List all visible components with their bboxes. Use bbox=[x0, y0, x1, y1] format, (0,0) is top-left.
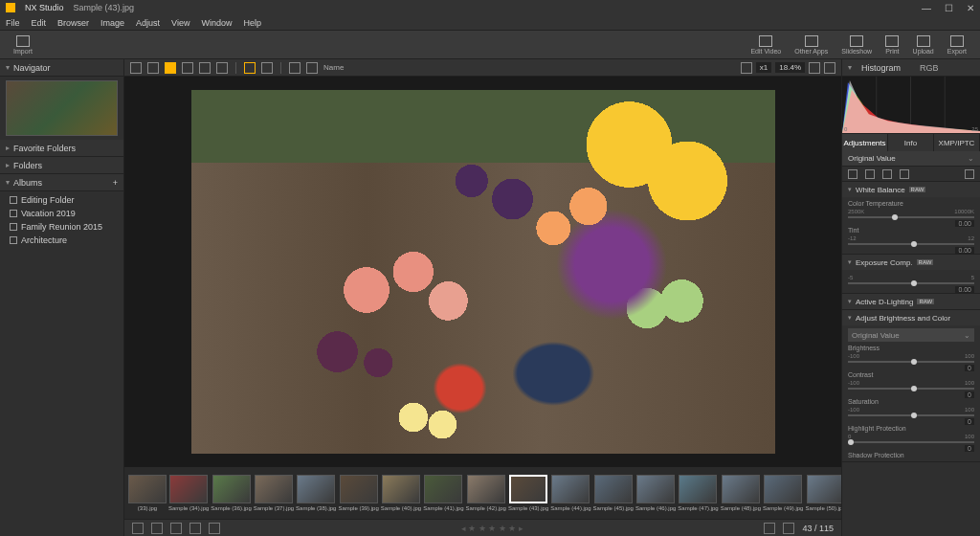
menu-view[interactable]: View bbox=[171, 18, 189, 28]
filmstrip-thumb[interactable] bbox=[128, 475, 167, 503]
white-balance-header[interactable]: White BalanceRAW bbox=[842, 182, 980, 197]
view-compare4-icon[interactable] bbox=[199, 62, 211, 74]
other-apps-button[interactable]: Other Apps bbox=[789, 35, 834, 55]
contrast-slider[interactable]: -1001000 bbox=[848, 380, 974, 390]
next-icon[interactable] bbox=[783, 523, 794, 534]
view-grid-icon[interactable] bbox=[130, 62, 142, 74]
filmstrip-thumb[interactable] bbox=[551, 475, 590, 503]
fit-to-window-icon[interactable] bbox=[741, 62, 752, 74]
filmstrip-thumb[interactable] bbox=[594, 475, 633, 503]
filmstrip-item[interactable]: Sample (50).jpg bbox=[805, 475, 841, 511]
view-single-icon[interactable] bbox=[165, 62, 176, 74]
filmstrip-item[interactable]: Sample (48).jpg bbox=[721, 475, 761, 511]
filmstrip-item[interactable]: (33).jpg bbox=[128, 475, 167, 511]
brightness-slider[interactable]: -1001000 bbox=[848, 353, 974, 363]
zoom-percent[interactable]: 18.4% bbox=[775, 62, 805, 73]
filmstrip-item[interactable]: Sample (38).jpg bbox=[296, 475, 336, 511]
view-list-icon[interactable] bbox=[147, 62, 159, 74]
saturation-slider[interactable]: -1001000 bbox=[848, 407, 974, 416]
print-button[interactable]: Print bbox=[880, 35, 904, 55]
fit-icon[interactable] bbox=[244, 62, 256, 74]
filmstrip-thumb[interactable] bbox=[255, 475, 293, 503]
filmstrip-thumb[interactable] bbox=[424, 475, 462, 503]
filmstrip-item[interactable]: Sample (39).jpg bbox=[338, 475, 378, 511]
filmstrip-thumb[interactable] bbox=[297, 475, 335, 503]
albums-header[interactable]: Albums+ bbox=[0, 174, 123, 191]
add-album-button[interactable]: + bbox=[113, 178, 118, 188]
export-button[interactable]: Export bbox=[942, 35, 972, 55]
info-icon[interactable] bbox=[209, 523, 220, 534]
minimize-button[interactable]: — bbox=[922, 3, 931, 13]
zoom-out-icon[interactable] bbox=[809, 62, 820, 74]
filmstrip-thumb[interactable] bbox=[807, 475, 841, 503]
filmstrip-item[interactable]: Sample (42).jpg bbox=[466, 475, 506, 511]
rotate-icon[interactable] bbox=[170, 523, 182, 534]
album-item[interactable]: Family Reunion 2015 bbox=[0, 220, 123, 234]
histogram-mode[interactable]: RGB bbox=[920, 63, 939, 73]
menu-adjust[interactable]: Adjust bbox=[136, 18, 160, 28]
eyedropper-icon[interactable] bbox=[848, 169, 858, 179]
menu-help[interactable]: Help bbox=[243, 18, 261, 28]
menu-window[interactable]: Window bbox=[201, 18, 232, 28]
histogram-header[interactable]: Histogram RGB bbox=[842, 59, 980, 77]
tab-info[interactable]: Info bbox=[888, 134, 934, 151]
filmstrip-thumb[interactable] bbox=[764, 475, 802, 503]
filmstrip-item[interactable]: Sample (46).jpg bbox=[635, 475, 676, 511]
zoom-in-icon[interactable] bbox=[824, 62, 835, 74]
filmstrip-item[interactable]: Sample (43).jpg bbox=[508, 475, 548, 511]
menu-edit[interactable]: Edit bbox=[32, 18, 47, 28]
import-button[interactable]: Import bbox=[8, 35, 38, 55]
rating-stars[interactable]: ◂ ★ ★ ★ ★ ★ ▸ bbox=[461, 524, 523, 533]
brightness-color-header[interactable]: Adjust Brightness and Color bbox=[842, 310, 980, 325]
filmstrip-thumb[interactable] bbox=[340, 475, 378, 503]
label-icon[interactable] bbox=[151, 523, 163, 534]
exposure-slider[interactable]: -55 0.00 bbox=[848, 275, 974, 284]
filmstrip-thumb[interactable] bbox=[679, 475, 717, 503]
menu-image[interactable]: Image bbox=[100, 18, 124, 28]
gear-icon[interactable] bbox=[965, 169, 974, 179]
filter-icon[interactable] bbox=[289, 62, 301, 74]
navigator-header[interactable]: Navigator bbox=[0, 59, 123, 77]
zoom-mode[interactable]: x1 bbox=[756, 62, 771, 73]
curve-icon[interactable] bbox=[900, 169, 909, 179]
maximize-button[interactable]: ☐ bbox=[945, 3, 953, 13]
filmstrip-thumb[interactable] bbox=[509, 475, 547, 503]
menu-file[interactable]: File bbox=[6, 18, 20, 28]
filmstrip-item[interactable]: Sample (41).jpg bbox=[423, 475, 463, 511]
filmstrip-item[interactable]: Sample (44).jpg bbox=[550, 475, 590, 511]
filmstrip-item[interactable]: Sample (49).jpg bbox=[763, 475, 803, 511]
filmstrip-item[interactable]: Sample (37).jpg bbox=[254, 475, 294, 511]
view-compare2-icon[interactable] bbox=[182, 62, 193, 74]
slideshow-button[interactable]: Slideshow bbox=[835, 35, 878, 55]
original-value-select[interactable]: Original Value⌄ bbox=[842, 151, 980, 167]
prev-icon[interactable] bbox=[764, 523, 775, 534]
album-item[interactable]: Editing Folder bbox=[0, 193, 123, 207]
sort-icon[interactable] bbox=[306, 62, 318, 74]
tab-adjustments[interactable]: Adjustments bbox=[842, 134, 888, 151]
album-item[interactable]: Architecture bbox=[0, 234, 123, 247]
straighten-icon[interactable] bbox=[882, 169, 892, 179]
filmstrip-thumb[interactable] bbox=[636, 475, 675, 503]
histogram-mini-icon[interactable] bbox=[189, 523, 201, 534]
sort-label[interactable]: Name bbox=[323, 63, 344, 72]
view-before-after-icon[interactable] bbox=[216, 62, 228, 74]
folders-header[interactable]: Folders bbox=[0, 157, 123, 174]
filmstrip-thumb[interactable] bbox=[382, 475, 420, 503]
edit-video-button[interactable]: Edit Video bbox=[745, 35, 787, 55]
filmstrip-item[interactable]: Sample (34).jpg bbox=[168, 475, 209, 511]
close-button[interactable]: ✕ bbox=[967, 3, 974, 13]
image-viewport[interactable] bbox=[124, 77, 841, 467]
album-item[interactable]: Vacation 2019 bbox=[0, 207, 123, 220]
filmstrip-item[interactable]: Sample (45).jpg bbox=[593, 475, 634, 511]
filmstrip-thumb[interactable] bbox=[722, 475, 760, 503]
crop-icon[interactable] bbox=[865, 169, 875, 179]
bc-preset-select[interactable]: Original Value⌄ bbox=[848, 328, 974, 342]
navigator-thumb[interactable] bbox=[6, 80, 118, 136]
adl-header[interactable]: Active D-LightingRAW bbox=[842, 294, 980, 309]
fullscreen-icon[interactable] bbox=[261, 62, 273, 74]
color-temperature-slider[interactable]: 2500K10000K 0.00 bbox=[848, 209, 974, 218]
upload-button[interactable]: Upload bbox=[907, 35, 940, 55]
filmstrip-thumb[interactable] bbox=[212, 475, 251, 503]
filmstrip-item[interactable]: Sample (36).jpg bbox=[211, 475, 251, 511]
filmstrip-thumb[interactable] bbox=[467, 475, 505, 503]
